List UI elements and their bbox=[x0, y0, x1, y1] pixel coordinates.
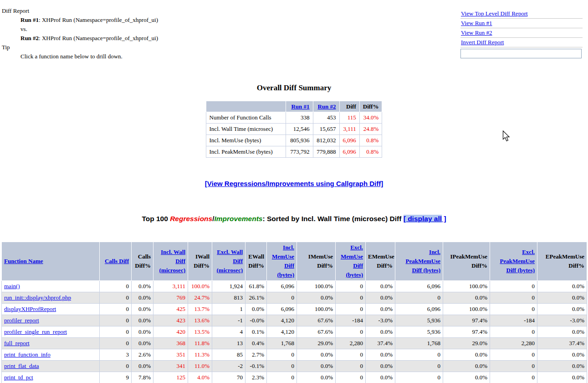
view-run1-link[interactable]: View Run #1 bbox=[461, 20, 492, 26]
display-all-link[interactable]: [ display all ] bbox=[404, 215, 446, 223]
column-sort-link[interactable]: Function Name bbox=[4, 258, 43, 264]
column-sort-link[interactable]: Incl. Wall Diff (microsec) bbox=[159, 248, 185, 274]
value-cell: 0.0% bbox=[537, 361, 587, 372]
callgraph-diff-link[interactable]: [View Regressions/Improvements using Cal… bbox=[205, 180, 383, 187]
value-cell: 0.0% bbox=[366, 326, 395, 338]
column-header: IMemUse Diff% bbox=[297, 242, 336, 281]
mouse-cursor-icon bbox=[502, 130, 511, 145]
column-sort-link[interactable]: Excl. MemUse Diff (bytes) bbox=[341, 244, 363, 278]
value-cell: 6,096 bbox=[395, 304, 443, 315]
summary-value: 779,888 bbox=[313, 146, 339, 158]
improvements-label: Improvements bbox=[215, 215, 263, 223]
value-cell: 5,936 bbox=[395, 326, 443, 338]
function-link[interactable]: run_init::display/xhprof.php bbox=[4, 294, 71, 301]
value-cell: 13.6% bbox=[188, 315, 212, 326]
table-row: print_td_pct97.8%1254.0%702.3%00.0%00.0%… bbox=[2, 372, 587, 383]
value-cell: 37.4% bbox=[366, 338, 395, 349]
value-cell: 100.0% bbox=[443, 304, 490, 315]
function-name-cell: profiler_report bbox=[2, 315, 100, 326]
table-row: print_function_info32.6%35111.3%852.7%00… bbox=[2, 349, 587, 361]
value-cell: 0 bbox=[100, 281, 132, 292]
run2-label: Run #2 bbox=[20, 35, 39, 41]
summary-corner-cell bbox=[206, 101, 286, 112]
function-link[interactable]: print_function_info bbox=[4, 351, 51, 358]
run1-column-link[interactable]: Run #1 bbox=[291, 103, 309, 110]
function-name-cell: full_report bbox=[2, 338, 100, 349]
column-header: EMemUse Diff% bbox=[366, 242, 395, 281]
function-name-cell: profiler_single_run_report bbox=[2, 326, 100, 338]
value-cell: 0 bbox=[490, 326, 537, 338]
value-cell: 13.5% bbox=[188, 326, 212, 338]
value-cell: -0.0% bbox=[245, 315, 267, 326]
value-cell: 0 bbox=[336, 372, 366, 383]
summary-table: Run #1 Run #2 Diff Diff% Number of Funct… bbox=[206, 101, 383, 158]
value-cell: 7.8% bbox=[132, 372, 153, 383]
summary-diffpct-value: 0.8% bbox=[359, 146, 382, 158]
function-name-cell: print_td_pct bbox=[2, 372, 100, 383]
function-link[interactable]: main() bbox=[4, 283, 20, 290]
top100-middle: : Sorted by Incl. Wall Time (microsec) D… bbox=[262, 215, 403, 223]
run2-text: : XHProf Run (Namespace=profile_of_xhpro… bbox=[39, 35, 158, 41]
column-sort-link[interactable]: Incl. PeakMemUse Diff (bytes) bbox=[405, 248, 440, 274]
column-sort-link[interactable]: Excl. PeakMemUse Diff (bytes) bbox=[500, 248, 535, 274]
run2-column-link[interactable]: Run #2 bbox=[317, 103, 336, 110]
view-top-level-diff-report-link[interactable]: View Top Level Diff Report bbox=[461, 10, 528, 17]
nav-row: View Run #2 bbox=[460, 28, 583, 38]
value-cell: 0 bbox=[100, 292, 132, 304]
summary-value: 15,657 bbox=[313, 124, 339, 135]
summary-row: Number of Function Calls 338 453 115 34.… bbox=[206, 112, 382, 124]
function-diff-table: Function NameCalls DiffCalls Diff%Incl. … bbox=[1, 242, 587, 383]
diff-table-header-row: Function NameCalls DiffCalls Diff%Incl. … bbox=[2, 242, 587, 281]
value-cell: 0.0% bbox=[366, 372, 395, 383]
diff-url-input[interactable] bbox=[460, 49, 582, 58]
function-link[interactable]: displayXHProfReport bbox=[4, 305, 56, 312]
value-cell: 1,768 bbox=[395, 338, 443, 349]
value-cell: 0.0% bbox=[297, 292, 336, 304]
value-cell: 9 bbox=[100, 372, 132, 383]
column-sort-link[interactable]: Calls Diff bbox=[105, 258, 129, 264]
invert-diff-report-link[interactable]: Invert Diff Report bbox=[461, 39, 504, 46]
display-all-tail: ] bbox=[442, 215, 446, 223]
function-link[interactable]: profiler_report bbox=[4, 317, 39, 324]
value-cell: 0.0% bbox=[132, 292, 153, 304]
value-cell: 97.4% bbox=[443, 326, 490, 338]
summary-row: Incl. MemUse (bytes) 805,936 812,032 6,0… bbox=[206, 135, 382, 146]
value-cell: 0.0% bbox=[443, 372, 490, 383]
function-link[interactable]: print_td_pct bbox=[4, 374, 33, 381]
value-cell: 0 bbox=[490, 361, 537, 372]
value-cell: 3,111 bbox=[153, 281, 188, 292]
value-cell: 0 bbox=[100, 361, 132, 372]
value-cell: 6,096 bbox=[395, 281, 443, 292]
summary-metric-label: Incl. PeakMemUse (bytes) bbox=[206, 146, 286, 158]
value-cell: 4.0% bbox=[188, 372, 212, 383]
value-cell: 5,936 bbox=[395, 315, 443, 326]
column-header: Incl. PeakMemUse Diff (bytes) bbox=[395, 242, 443, 281]
column-sort-link[interactable]: Excl. Wall Diff (microsec) bbox=[216, 248, 243, 274]
value-cell: 1,924 bbox=[212, 281, 245, 292]
value-cell: 0 bbox=[336, 292, 366, 304]
column-header: Calls Diff% bbox=[132, 242, 153, 281]
value-cell: 423 bbox=[153, 315, 188, 326]
run1-text: : XHProf Run (Namespace=profile_of_xhpro… bbox=[39, 16, 158, 23]
value-cell: 0 bbox=[100, 315, 132, 326]
value-cell: 100.0% bbox=[297, 281, 336, 292]
value-cell: 6,096 bbox=[267, 304, 297, 315]
value-cell: 0 bbox=[336, 326, 366, 338]
value-cell: 0.0% bbox=[132, 326, 153, 338]
value-cell: 0.0% bbox=[132, 304, 153, 315]
value-cell: 2,280 bbox=[336, 338, 366, 349]
value-cell: 769 bbox=[153, 292, 188, 304]
value-cell: 425 bbox=[153, 304, 188, 315]
column-sort-link[interactable]: Incl. MemUse Diff (bytes) bbox=[272, 244, 294, 278]
value-cell: 341 bbox=[153, 361, 188, 372]
value-cell: 0.0% bbox=[132, 361, 153, 372]
value-cell: 0.0% bbox=[537, 372, 587, 383]
summary-diffpct-value: 24.8% bbox=[359, 124, 382, 135]
value-cell: 0.0% bbox=[132, 281, 153, 292]
function-link[interactable]: full_report bbox=[4, 340, 30, 347]
value-cell: 0.0% bbox=[297, 361, 336, 372]
function-link[interactable]: profiler_single_run_report bbox=[4, 328, 67, 335]
view-run2-link[interactable]: View Run #2 bbox=[461, 29, 492, 36]
function-link[interactable]: print_flat_data bbox=[4, 362, 39, 369]
column-header: IPeakMemUse Diff% bbox=[443, 242, 490, 281]
